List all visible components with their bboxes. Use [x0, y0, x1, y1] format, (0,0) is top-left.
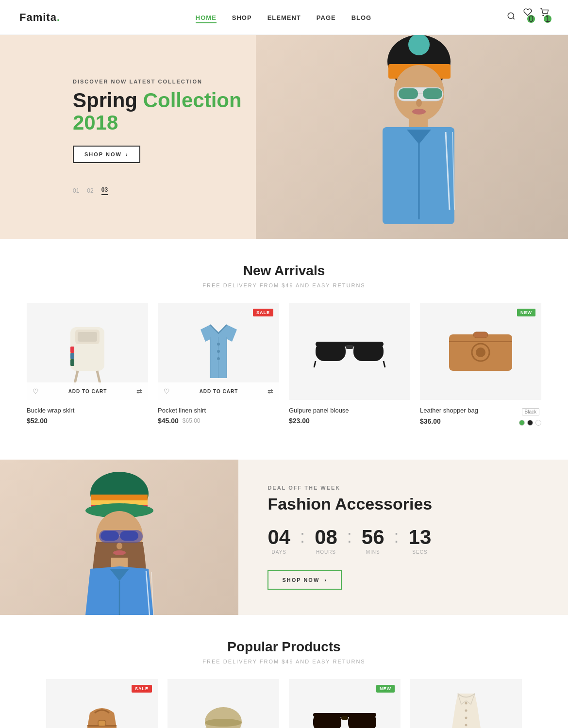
wishlist-product-icon-1[interactable]: ♡	[33, 387, 39, 395]
wishlist-icon[interactable]: 0	[523, 8, 532, 27]
product-overlay-2: ♡ ADD TO CART ⇄	[158, 382, 279, 400]
cart-badge: 1	[544, 15, 551, 23]
popular-product-image-4	[410, 679, 522, 728]
compare-icon-2[interactable]: ⇄	[267, 387, 273, 395]
product-card-4: NEW Leather shopper bag Black $36.00	[420, 303, 541, 426]
svg-point-42	[476, 347, 485, 357]
compare-icon-1[interactable]: ⇄	[136, 387, 142, 395]
countdown-hours: 08 HOURS	[315, 527, 337, 555]
hero-title-black: Spring	[73, 89, 143, 112]
nav-item-page[interactable]: PAGE	[317, 13, 336, 22]
countdown-sep-2: :	[347, 527, 352, 546]
svg-line-39	[384, 361, 385, 367]
nav-item-shop[interactable]: SHOP	[232, 13, 252, 22]
nav-link-shop[interactable]: SHOP	[232, 14, 252, 21]
product-price-3: $23.00	[289, 417, 310, 425]
product-color-label-4: Black	[522, 408, 539, 415]
popular-badge-1: SALE	[132, 685, 152, 693]
countdown-days: 04 DAYS	[267, 527, 290, 555]
svg-point-33	[217, 357, 220, 360]
svg-rect-9	[399, 88, 418, 99]
slide-indicator-1[interactable]: 01	[73, 187, 79, 194]
new-arrivals-section: New Arrivals FREE DELIVERY FROM $49 AND …	[0, 239, 568, 460]
color-option-green[interactable]	[519, 420, 525, 426]
svg-point-0	[508, 13, 514, 18]
nav-item-blog[interactable]: BLOG	[351, 13, 372, 22]
popular-products-grid: SALE Handbag $48.00	[0, 669, 568, 728]
nav-item-element[interactable]: ELEMENT	[267, 13, 301, 22]
arrow-icon: ›	[126, 151, 129, 157]
wishlist-badge: 0	[527, 15, 535, 23]
countdown-hours-label: HOURS	[315, 549, 337, 555]
svg-rect-70	[341, 716, 348, 720]
wishlist-product-icon-2[interactable]: ♡	[164, 387, 170, 395]
product-overlay-1: ♡ ADD TO CART ⇄	[27, 382, 148, 400]
hero-person-svg	[334, 35, 489, 239]
hero-content: DISCOVER NOW LATEST COLLECTION Spring Co…	[73, 79, 291, 195]
product-price-2: $45.00	[158, 417, 179, 425]
deal-shop-now-button[interactable]: SHOP NOW ›	[267, 570, 342, 590]
countdown-secs-value: 13	[409, 527, 432, 547]
product-name-4: Leather shopper bag	[420, 407, 478, 414]
nav-link-element[interactable]: ELEMENT	[267, 14, 301, 21]
svg-point-74	[465, 710, 467, 712]
svg-rect-68	[313, 713, 341, 728]
svg-rect-62	[98, 720, 106, 726]
countdown-days-label: DAYS	[267, 549, 290, 555]
cart-icon[interactable]: 1	[540, 8, 549, 27]
product-prices-3: $23.00	[289, 417, 410, 425]
color-option-black[interactable]	[527, 420, 533, 426]
slide-indicator-3[interactable]: 03	[101, 186, 108, 195]
svg-point-76	[465, 724, 467, 727]
product-image-2: SALE ♡ ADD TO CART ⇄	[158, 303, 279, 400]
shop-now-button[interactable]: SHOP NOW ›	[73, 146, 140, 163]
svg-point-56	[113, 550, 126, 555]
svg-rect-52	[100, 531, 119, 541]
nav-link-page[interactable]: PAGE	[317, 14, 336, 21]
color-option-white[interactable]	[535, 420, 541, 426]
nav-item-home[interactable]: HOME	[196, 13, 217, 22]
svg-rect-35	[316, 342, 346, 361]
countdown-secs-label: SECS	[409, 549, 432, 555]
add-to-cart-button-2[interactable]: ADD TO CART	[200, 389, 238, 394]
popular-products-title: Popular Products	[19, 639, 549, 655]
product-card-1: ♡ ADD TO CART ⇄ Buckle wrap skirt $52.00	[27, 303, 148, 426]
hat-svg	[194, 698, 252, 728]
product-price-4: $36.00	[420, 417, 441, 425]
nav-link-home[interactable]: HOME	[196, 14, 217, 23]
hero-image	[256, 35, 568, 239]
svg-point-2	[543, 15, 544, 16]
new-arrivals-title: New Arrivals	[19, 263, 549, 279]
product-prices-2: $45.00 $65.00	[158, 417, 279, 425]
svg-rect-25	[70, 347, 74, 353]
popular-product-card-1: SALE Handbag $48.00	[46, 679, 158, 728]
new-arrivals-grid: ♡ ADD TO CART ⇄ Buckle wrap skirt $52.00…	[0, 293, 568, 450]
svg-rect-69	[348, 713, 376, 728]
add-to-cart-button-1[interactable]: ADD TO CART	[68, 389, 107, 394]
popular-product-card-2: Straw hat $32.00	[167, 679, 279, 728]
deal-eyebrow: DEAL OFF THE WEEK	[267, 485, 539, 491]
new-arrivals-title-block: New Arrivals FREE DELIVERY FROM $49 AND …	[0, 239, 568, 293]
product-colors-4	[519, 420, 541, 426]
popular-product-image-1: SALE	[46, 679, 158, 728]
hero-section: DISCOVER NOW LATEST COLLECTION Spring Co…	[0, 35, 568, 239]
popular-product-image-3: NEW	[289, 679, 401, 728]
countdown-mins: 56 MINS	[362, 527, 384, 555]
search-icon[interactable]	[507, 12, 516, 23]
popular-products-subtitle: FREE DELIVERY FROM $49 AND EASY RETURNS	[19, 659, 549, 664]
product-image-1: ♡ ADD TO CART ⇄	[27, 303, 148, 400]
slide-indicator-2[interactable]: 02	[87, 187, 93, 194]
svg-point-55	[117, 543, 122, 549]
hero-slide-indicators: 01 02 03	[73, 186, 291, 195]
dress-svg	[446, 689, 487, 728]
product-name-1: Buckle wrap skirt	[27, 407, 148, 414]
svg-rect-37	[346, 345, 353, 349]
countdown-timer: 04 DAYS : 08 HOURS : 56 MINS : 13 SECS	[267, 527, 539, 555]
countdown-sep-3: :	[394, 527, 399, 546]
hero-title: Spring Collection 2018	[73, 89, 291, 134]
svg-rect-21	[78, 332, 97, 342]
popular-badge-3: NEW	[376, 685, 395, 693]
nav-link-blog[interactable]: BLOG	[351, 14, 372, 21]
brand-logo[interactable]: Famita.	[19, 11, 60, 24]
product-name-2: Pocket linen shirt	[158, 407, 279, 414]
